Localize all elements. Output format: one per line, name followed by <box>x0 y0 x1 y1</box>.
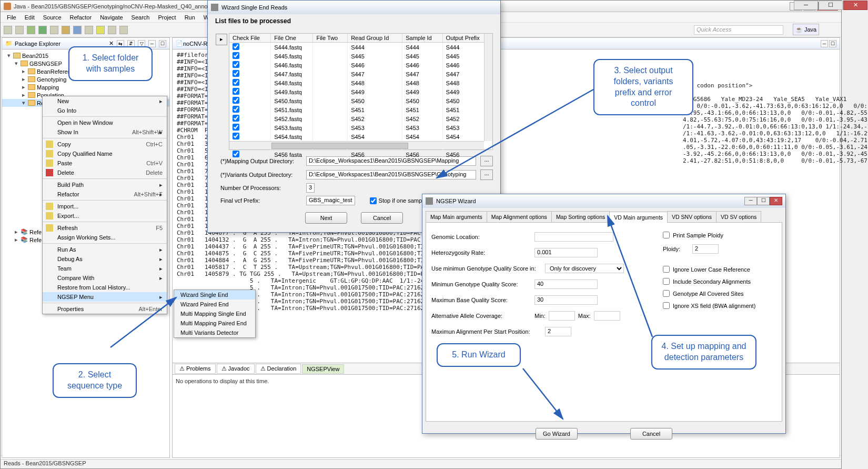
alt-max-input[interactable] <box>594 311 620 321</box>
ctx-paste[interactable]: PasteCtrl+V <box>43 158 167 168</box>
genomic-input[interactable] <box>534 232 613 242</box>
bottom-tab-problems[interactable]: ⚠ Problems <box>175 364 216 374</box>
tool-new[interactable] <box>4 26 12 34</box>
ctx-compare-with[interactable]: Compare With▸ <box>43 273 167 283</box>
ctx-run-as[interactable]: Run As▸ <box>43 245 167 254</box>
minimize-view[interactable]: ─ <box>148 40 156 47</box>
proc-input[interactable]: 3 <box>306 183 315 193</box>
sub-multi-variants-detector[interactable]: Multi Variants Detector <box>174 328 255 337</box>
quick-access[interactable]: Quick Access <box>694 25 783 35</box>
sub-wizard-single-end[interactable]: Wizard Single End <box>174 290 255 300</box>
var-out-browse[interactable]: ... <box>480 169 493 180</box>
include-sec-check[interactable] <box>663 278 670 285</box>
row-check[interactable] <box>233 151 239 157</box>
bottom-tab-javadoc[interactable]: ⚠ Javadoc <box>217 364 255 374</box>
table-row[interactable]: S448.fastqS448S448S448 <box>229 78 492 87</box>
prefix-input[interactable]: GBS_magic_test <box>306 196 355 205</box>
menu-refactor[interactable]: Refactor <box>66 13 96 22</box>
menu-run[interactable]: Run <box>180 13 199 22</box>
geno-all-check[interactable] <box>663 290 670 297</box>
table-row[interactable]: S445.fastqS445S445S445 <box>229 52 492 61</box>
ctx-show-in[interactable]: Show InAlt+Shift+W▸ <box>43 127 167 137</box>
menu-project[interactable]: Project <box>154 13 180 22</box>
tool-class[interactable] <box>73 26 82 34</box>
bottom-tab-declaration[interactable]: ⚠ Declaration <box>256 364 301 374</box>
tool-debug[interactable] <box>27 26 35 34</box>
table-row[interactable]: S447.fastqS447S447S447 <box>229 69 492 78</box>
print-ploidy-check[interactable] <box>663 232 670 238</box>
ctx-assign-working-sets-[interactable]: Assign Working Sets... <box>43 233 167 242</box>
sub-wizard-paired-end[interactable]: Wizard Paired End <box>174 300 255 309</box>
bottom-tab-ngsepview[interactable]: NGSEPView <box>302 364 344 374</box>
os-maximize[interactable]: ☐ <box>819 1 843 10</box>
table-row[interactable]: S451.fastqS451S451S451 <box>229 105 492 114</box>
ctx-restore-from-local-history-[interactable]: Restore from Local History... <box>43 283 167 292</box>
ngsep-close[interactable]: ✕ <box>770 197 782 205</box>
ctx-build-path[interactable]: Build Path▸ <box>43 180 167 189</box>
perspective-java[interactable]: ☕ Java <box>793 24 819 35</box>
ploidy-input[interactable]: 2 <box>692 244 719 254</box>
row-check[interactable] <box>233 61 239 68</box>
next-button[interactable]: Next <box>305 212 347 224</box>
ctx-ngsep-menu[interactable]: NGSEP Menu▸ <box>43 292 167 302</box>
scrollbar-x[interactable] <box>229 141 484 149</box>
table-row[interactable]: S456 fastaS456S456S456 <box>229 150 492 159</box>
tool-open[interactable] <box>85 26 93 34</box>
menu-navigate[interactable]: Navigate <box>96 13 127 22</box>
editor-min[interactable]: ─ <box>821 40 828 47</box>
table-row[interactable]: S449.fastqS449S449S449 <box>229 87 492 96</box>
tool-back[interactable] <box>108 26 116 34</box>
col-file-two[interactable]: File Two <box>313 34 348 43</box>
tool-save[interactable] <box>15 26 24 34</box>
alt-min-input[interactable] <box>549 311 575 321</box>
tab-vd-sv-options[interactable]: VD SV options <box>716 211 761 222</box>
row-check[interactable] <box>233 133 239 139</box>
ctx-team[interactable]: Team▸ <box>43 264 167 273</box>
ctx-refactor[interactable]: RefactorAlt+Shift+T▸ <box>43 189 167 199</box>
row-check[interactable] <box>233 106 239 113</box>
tree-folder-mapping[interactable]: ▸Mapping <box>2 83 169 91</box>
ctx-export-[interactable]: Export... <box>43 211 167 221</box>
ctx-go-into[interactable]: Go Into <box>43 106 167 115</box>
row-check[interactable] <box>233 115 239 122</box>
tool-fwd[interactable] <box>119 26 128 34</box>
tool-pkg[interactable] <box>62 26 70 34</box>
expand-button[interactable]: ▸ <box>216 34 227 45</box>
tab-map-main-arguments[interactable]: Map Main arguments <box>426 211 487 222</box>
ctx-open-in-new-window[interactable]: Open in New Window <box>43 118 167 127</box>
ctx-new[interactable]: New▸ <box>43 96 167 106</box>
row-check[interactable] <box>233 88 239 95</box>
tool-run[interactable] <box>38 26 47 34</box>
menu-edit[interactable]: Edit <box>21 13 39 22</box>
menu-search[interactable]: Search <box>127 13 154 22</box>
row-check[interactable] <box>233 79 239 86</box>
ignore-xs-check[interactable] <box>663 302 670 309</box>
mingeno-input[interactable]: 40 <box>534 280 598 289</box>
tab-vd-main-arguments[interactable]: VD Main arguments <box>609 212 668 223</box>
maxbase-input[interactable]: 30 <box>534 295 598 305</box>
table-row[interactable]: S446.fastqS446S446S446 <box>229 61 492 69</box>
go-wizard-button[interactable]: Go Wizard <box>536 428 578 440</box>
row-check[interactable] <box>233 97 239 104</box>
tab-map-alignment-options[interactable]: Map Alignment options <box>487 211 552 222</box>
table-row[interactable]: S444.fastqS444S444S444 <box>229 43 492 52</box>
row-check[interactable] <box>233 43 239 50</box>
os-close[interactable]: ✕ <box>843 1 867 10</box>
tab-map-sorting-options[interactable]: Map Sorting options <box>551 211 610 222</box>
sub-multi-mapping-paired-end[interactable]: Multi Mapping Paired End <box>174 318 255 328</box>
ctx-delete[interactable]: DeleteDelete <box>43 168 167 177</box>
col-file-one[interactable]: File One <box>271 34 313 43</box>
editor-max[interactable]: ☐ <box>829 40 836 47</box>
ctx-refresh[interactable]: RefreshF5 <box>43 223 167 233</box>
os-minimize[interactable]: ─ <box>794 1 818 10</box>
ctx-copy-qualified-name[interactable]: Copy Qualified Name <box>43 149 167 158</box>
tool-search[interactable] <box>96 26 105 34</box>
ngsep-max[interactable]: ☐ <box>757 197 770 205</box>
var-out-input[interactable]: D:\Eclipse_Workspaces1\Bean2015\GBSNGSEP… <box>306 170 476 179</box>
row-check[interactable] <box>233 52 239 59</box>
maxalign-input[interactable]: 2 <box>545 327 571 336</box>
cancel-button[interactable]: Cancel <box>361 212 403 224</box>
stop-checkbox[interactable] <box>370 197 377 204</box>
menu-file[interactable]: File <box>3 13 21 22</box>
hetero-input[interactable]: 0.001 <box>534 248 598 257</box>
